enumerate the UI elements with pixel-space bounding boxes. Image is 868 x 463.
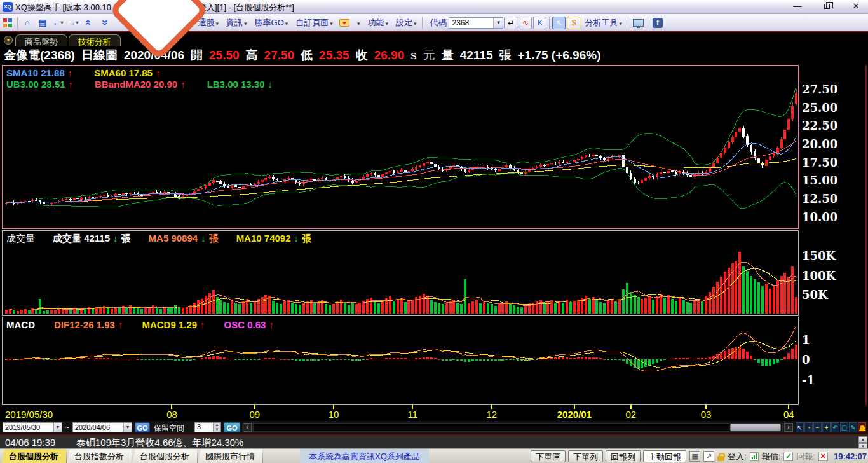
news-ticker-bar: 04/06 19:39 泰碩109年3月營收4.66億、年增24.30% ▲ ▼	[0, 434, 868, 448]
footer-button-下單列[interactable]: 下單列	[568, 450, 603, 462]
menu-自訂頁面[interactable]: 自訂頁面▾	[295, 17, 333, 29]
legend-UB3.00: UB3.00 28.51↑	[6, 79, 73, 90]
date-from-dropdown-icon[interactable]: ▼	[53, 423, 62, 432]
chart-scrollbar-track[interactable]	[253, 423, 783, 432]
scroll-left-button[interactable]: ‹	[243, 423, 252, 432]
draw-tool-icon[interactable]: ✎	[849, 422, 857, 432]
macd-axis-label: -1	[802, 373, 815, 387]
popout-icon[interactable]: ↗	[703, 451, 714, 462]
macd-chart-pane[interactable]: MACDDIF12-26 1.93↑MACD9 1.29↑OSC 0.63↑	[2, 317, 799, 405]
date-to-combobox[interactable]: 2020/04/06 ▼	[72, 422, 132, 432]
product-banner: 本系統為嘉實資訊XQ系列產品	[300, 449, 429, 463]
menu-設定[interactable]: 設定▾	[396, 17, 417, 29]
dropdown-caret-icon: ▾	[216, 20, 219, 27]
monitor-icon[interactable]	[631, 16, 645, 29]
pointer-tool-icon[interactable]: ↖	[796, 422, 804, 432]
price-axis-label: 25.00	[802, 101, 837, 114]
quote-ok-icon: ✓	[783, 452, 793, 461]
macd-pane-title: MACD	[6, 319, 35, 330]
enter-button[interactable]: ↵	[504, 17, 517, 29]
cursor-tool-button[interactable]: ↖	[552, 17, 566, 29]
legend-text: SMA10 21.88	[6, 67, 65, 78]
legend-text: 成交量 42115	[53, 233, 110, 245]
news-headline[interactable]: 泰碩109年3月營收4.66億、年增24.30%	[76, 437, 243, 449]
facebook-icon[interactable]: f	[651, 16, 665, 29]
tab-商品盤勢[interactable]: 商品盤勢	[15, 34, 67, 46]
clock-tool-icon[interactable]: ◔	[804, 422, 813, 432]
date-to-dropdown-icon[interactable]: ▼	[123, 423, 132, 432]
info-segment: 日線圖	[81, 47, 118, 64]
back-icon[interactable]: ←▾	[51, 16, 65, 29]
tab-技術分析[interactable]: 技術分析	[69, 34, 121, 46]
chevron-down-icon[interactable]: «	[97, 16, 111, 30]
restore-button[interactable]	[821, 1, 832, 11]
code-combobox[interactable]: 2368 ▼	[449, 17, 503, 29]
menu-功能[interactable]: 功能▾	[367, 17, 388, 29]
menu-dropdown-caret[interactable]: ▾	[356, 18, 360, 27]
reserve-go-button[interactable]: GO	[224, 422, 240, 432]
legend-text: SMA60 17.85	[94, 67, 153, 78]
page-list-icon[interactable]: ▤	[36, 16, 50, 29]
scroll-right-button[interactable]: ›	[784, 423, 793, 432]
close-button[interactable]: ✕	[850, 1, 862, 11]
spinner-up-icon[interactable]: ▲	[214, 423, 220, 427]
forward-icon[interactable]: →▾	[66, 16, 80, 29]
news-scroll-up-icon[interactable]: ▲	[858, 436, 867, 443]
toolbar-menus-2: 功能▾設定▾	[363, 17, 420, 29]
zoom-in-icon[interactable]: +	[822, 422, 831, 432]
x-axis-label: 09	[236, 409, 274, 420]
right-axis-area: 27.5025.0022.5020.0017.5015.0012.5010.00…	[799, 65, 865, 421]
alert-bell-icon[interactable]	[858, 422, 866, 432]
workspace-grid-icon[interactable]	[1, 16, 15, 29]
home-icon[interactable]: ⌂	[20, 16, 34, 29]
menu-選股[interactable]: 選股▾	[198, 17, 219, 29]
region-select-icon[interactable]: ▢	[840, 422, 848, 432]
up-arrow-icon: ↑	[118, 319, 123, 330]
xq-app-window: XQ XQ操盤高手 [版本 3.00.10 200 登入][1] - [台股個股…	[0, 0, 868, 463]
trend-chart-button[interactable]: ∿	[519, 17, 532, 29]
legend-text: MACD9 1.29	[142, 319, 197, 330]
up-arrow-icon: ↑	[156, 67, 161, 78]
menu-label: 功能	[367, 18, 384, 27]
down-arrow-icon: ↓	[268, 79, 273, 90]
x-axis-label: 03	[687, 409, 725, 420]
footer-button-主動回報[interactable]: 主動回報	[643, 450, 686, 462]
footer-tab-國際股市行情[interactable]: 國際股市行情	[198, 449, 263, 463]
x-axis-label: 04	[770, 409, 808, 420]
price-axis-label: 12.50	[802, 192, 837, 205]
footer-tab-台股個股分析[interactable]: 台股個股分析	[132, 449, 198, 463]
price-axis-label: 27.50	[802, 83, 837, 96]
frame-right-edge	[865, 34, 867, 422]
spinner-down-icon[interactable]: ▼	[214, 427, 220, 432]
x-axis-label: 02	[612, 409, 650, 420]
tab-menu-circle-icon[interactable]: ▼	[4, 36, 13, 45]
calculator-icon[interactable]: ▦	[689, 451, 700, 462]
zoom-out-icon[interactable]: −	[813, 422, 822, 432]
menu-資訊[interactable]: 資訊▾	[226, 17, 247, 29]
chevron-up-icon[interactable]: «	[82, 16, 95, 30]
date-go-button[interactable]: GO	[135, 422, 150, 432]
kline-button[interactable]: K	[533, 17, 546, 29]
price-axis-label: 17.50	[802, 156, 837, 169]
code-value: 2368	[449, 18, 493, 27]
menu-analysis-tools[interactable]: 分析工具▾	[585, 17, 622, 29]
down-arrow-icon: ↓	[113, 233, 118, 244]
menu-勝率GO[interactable]: 勝率GO▾	[255, 17, 288, 29]
price-chart-pane[interactable]: SMA10 21.88↑SMA60 17.85↑ UB3.00 28.51↑BB…	[2, 65, 799, 229]
code-dropdown-icon[interactable]: ▼	[493, 18, 503, 28]
up-arrow-icon: ↑	[68, 67, 73, 78]
volume-chart-pane[interactable]: 成交量成交量 42115↓張MA5 90894↓張MA10 74092↓張	[2, 230, 799, 316]
undo-icon[interactable]: ↶	[831, 422, 839, 432]
price-tool-button[interactable]: $	[567, 17, 580, 29]
reserve-space-spinner[interactable]: 3 ▲▼	[194, 422, 221, 432]
date-from-combobox[interactable]: 2019/05/30 ▼	[3, 422, 62, 432]
volume-axis-label: 100K	[802, 269, 836, 282]
footer-button-回報列[interactable]: 回報列	[606, 450, 641, 462]
chart-scrollbar-thumb[interactable]	[730, 424, 781, 431]
footer-button-下單匣[interactable]: 下單匣	[531, 450, 566, 462]
minimize-button[interactable]: —	[792, 1, 803, 11]
status-clock: 19:42:07	[834, 452, 867, 461]
favorites-folder-icon[interactable]: ♥	[337, 16, 351, 29]
footer-tab-台股指數分析[interactable]: 台股指數分析	[67, 449, 132, 463]
footer-tab-台股個股分析[interactable]: 台股個股分析	[1, 449, 67, 463]
